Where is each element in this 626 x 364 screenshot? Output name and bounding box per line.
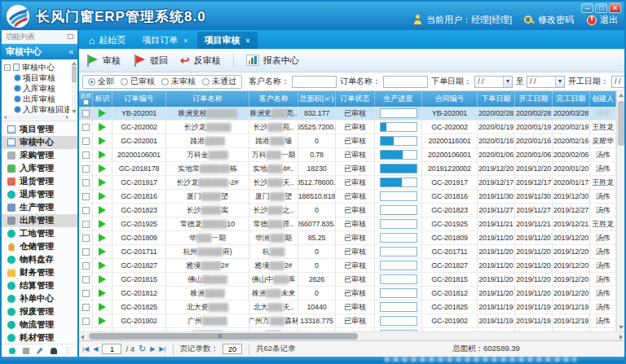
- filter-text-input[interactable]: [292, 76, 337, 88]
- page-size-input[interactable]: [223, 344, 242, 354]
- row-checkbox[interactable]: [82, 248, 90, 256]
- sidebar-item-7[interactable]: 生产管理: [2, 201, 77, 214]
- sidebar-item-3[interactable]: 采购管理: [2, 149, 77, 162]
- scroll-up-icon[interactable]: [619, 94, 624, 97]
- tab-1[interactable]: ⌂起始页: [82, 32, 133, 49]
- sidebar-item-6[interactable]: 退库管理: [2, 188, 77, 201]
- sidebar-item-8[interactable]: 出库管理: [2, 214, 77, 227]
- table-row[interactable]: GC-202002长沙龙█████长沙███苑..65525.7200..已审核…: [79, 121, 616, 134]
- row-checkbox[interactable]: [82, 151, 90, 159]
- row-checkbox[interactable]: [82, 276, 90, 283]
- tree-item-2[interactable]: 入库审核: [4, 83, 69, 94]
- pin-icon[interactable]: [68, 34, 73, 39]
- sidebar-group-header[interactable]: 审核中心 «: [2, 44, 77, 59]
- scroll-right-icon[interactable]: [66, 116, 68, 119]
- scroll-left-icon[interactable]: [81, 335, 84, 340]
- table-row[interactable]: GC-201816厦门████望厦门███望188510.818已审核GC-20…: [79, 190, 616, 204]
- go-refresh-icon[interactable]: ↻: [139, 344, 146, 354]
- collapse-icon[interactable]: «: [68, 44, 73, 59]
- scrollbar-thumb[interactable]: [89, 333, 358, 340]
- sidebar-item-11[interactable]: 物料盘存: [2, 253, 77, 266]
- scrollbar-thumb[interactable]: [72, 66, 77, 82]
- tab-3[interactable]: 项目审核×: [197, 32, 258, 49]
- change-password-button[interactable]: 修改密码: [524, 14, 574, 26]
- page-number-input[interactable]: [102, 344, 121, 354]
- select-all-checkbox[interactable]: [83, 99, 89, 105]
- scroll-down-icon[interactable]: [72, 110, 77, 113]
- tab-2[interactable]: 项目订单×: [134, 32, 195, 49]
- prev-page-button[interactable]: ◀: [93, 345, 98, 353]
- row-checkbox[interactable]: [82, 165, 90, 173]
- column-header-6[interactable]: 总面积(㎡): [298, 91, 336, 107]
- tree-vertical-scrollbar[interactable]: [72, 62, 77, 113]
- filter-date-input[interactable]: / /▼: [474, 76, 513, 88]
- radio-2[interactable]: 已审核: [121, 76, 155, 87]
- table-row[interactable]: GC-201812株洲████株洲███未来0已审核GC-2018122019/…: [79, 287, 616, 300]
- column-header-3[interactable]: 订单编号: [112, 91, 166, 107]
- row-checkbox[interactable]: [82, 221, 90, 228]
- sidebar-item-1[interactable]: 项目管理: [2, 123, 77, 136]
- table-row[interactable]: YB-202001株洲党校██████株洲党███亮..832.177已审核YB…: [79, 107, 616, 121]
- row-checkbox[interactable]: [82, 235, 90, 242]
- table-row[interactable]: GC-201825北大资████北大███天..10440已审核GC-20182…: [79, 300, 616, 314]
- tree-expand-icon[interactable]: -: [4, 64, 11, 71]
- table-row[interactable]: GC-201902广州█████广州万███森林13318.775已审核GC-2…: [79, 314, 616, 328]
- chevron-down-icon[interactable]: ▼: [555, 77, 564, 87]
- sidebar-item-16[interactable]: 物流管理: [2, 318, 77, 331]
- row-checkbox[interactable]: [82, 290, 90, 297]
- tree-item-4[interactable]: 入库审核回退: [4, 104, 69, 115]
- filter-date-input[interactable]: / /▼: [527, 76, 565, 88]
- column-header-11[interactable]: 开工日期: [515, 91, 553, 107]
- sidebar-item-9[interactable]: 工地管理: [2, 227, 77, 240]
- row-checkbox[interactable]: [82, 110, 90, 117]
- row-checkbox[interactable]: [82, 124, 90, 131]
- cart-icon[interactable]: [23, 348, 29, 354]
- next-page-button[interactable]: ▶: [150, 345, 155, 353]
- scroll-left-icon[interactable]: [4, 116, 7, 119]
- scrollbar-thumb[interactable]: [618, 101, 624, 146]
- radio-3[interactable]: 未审核: [161, 76, 196, 87]
- dot-icon[interactable]: [9, 348, 15, 354]
- sidebar-item-5[interactable]: 退货管理: [2, 175, 77, 188]
- row-checkbox[interactable]: [82, 138, 90, 145]
- sidebar-item-12[interactable]: 财务管理: [2, 266, 77, 279]
- toolbar-button-3[interactable]: ↩反审核: [180, 55, 221, 67]
- tree-horizontal-scrollbar[interactable]: [3, 115, 69, 120]
- table-row[interactable]: GC-201815佛山█████佛山中███库2626已审核GC-2018152…: [79, 273, 616, 287]
- tab-close-icon[interactable]: ×: [182, 37, 187, 45]
- scroll-down-icon[interactable]: [619, 326, 624, 329]
- tree-item-1[interactable]: 项目审核: [4, 72, 69, 83]
- row-checkbox[interactable]: [82, 318, 90, 325]
- tree-node-root[interactable]: -审核中心: [4, 62, 69, 72]
- filter-date-input[interactable]: / /▼: [611, 76, 624, 88]
- column-header-9[interactable]: 合同编号: [422, 91, 478, 107]
- more-icon[interactable]: ⋮: [64, 348, 71, 354]
- column-header-2[interactable]: 标识: [93, 91, 112, 107]
- tab-close-icon[interactable]: ×: [245, 37, 250, 45]
- last-page-button[interactable]: ▶|: [159, 345, 165, 353]
- close-button[interactable]: ✕: [609, 3, 621, 13]
- table-row[interactable]: GC-201827雅境████2#雅境███2#0已审核GC-201827201…: [79, 259, 616, 273]
- column-header-5[interactable]: 客户名称: [249, 91, 298, 107]
- row-checkbox[interactable]: [82, 262, 90, 270]
- row-checkbox[interactable]: [82, 207, 90, 214]
- chevron-down-icon[interactable]: ▼: [503, 77, 512, 87]
- logout-button[interactable]: 退出: [586, 14, 618, 26]
- radio-1[interactable]: 全部: [88, 76, 114, 87]
- scroll-up-icon[interactable]: [72, 62, 77, 65]
- column-header-8[interactable]: 生产进度: [375, 91, 422, 107]
- table-row[interactable]: 20200106001万科金████万科███一期0.78已审核20200106…: [79, 148, 616, 162]
- filter-text-input[interactable]: [383, 76, 428, 88]
- column-header-4[interactable]: 订单名称: [166, 91, 249, 107]
- column-header-13[interactable]: 创建人: [590, 91, 616, 107]
- first-page-button[interactable]: |◀: [82, 345, 89, 353]
- sidebar-item-10[interactable]: 仓储管理: [2, 240, 77, 253]
- toolbar-button-2[interactable]: 驳回: [133, 55, 168, 67]
- table-row[interactable]: GC-201711杭州█████府)杭███0已审核GC-2017112019/…: [79, 245, 616, 259]
- person-icon[interactable]: [51, 348, 57, 354]
- table-row[interactable]: GC-201917长沙龙██████-2#长沙███天..8512.78600.…: [79, 176, 616, 190]
- column-header-7[interactable]: 订单状态: [336, 91, 375, 107]
- table-row[interactable]: GC-202001路港████路港███墙0已审核202001160012020…: [79, 134, 616, 148]
- column-header-10[interactable]: 下单日期: [478, 91, 515, 107]
- sidebar-item-17[interactable]: 耗材管理: [2, 331, 77, 344]
